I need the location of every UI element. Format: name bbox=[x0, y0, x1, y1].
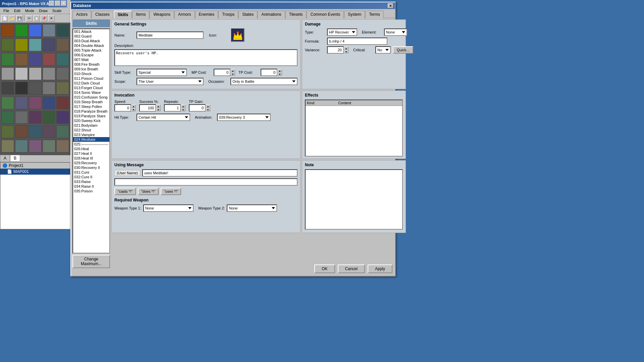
skills-list-item[interactable]: 007:Wait bbox=[73, 57, 109, 62]
tile-39[interactable] bbox=[43, 125, 55, 138]
repeats-down[interactable]: ▼ bbox=[181, 108, 185, 111]
tab-troops[interactable]: Troops bbox=[218, 11, 238, 18]
mp-cost-down[interactable]: ▼ bbox=[230, 72, 235, 76]
skills-list-item[interactable]: 017:Sleep Pollen bbox=[73, 104, 109, 109]
tile-7[interactable] bbox=[15, 39, 28, 51]
skills-list-item[interactable]: 018:Paralyze Breath bbox=[73, 109, 109, 114]
skills-list-item[interactable]: 022:Shout bbox=[73, 128, 109, 132]
skills-list-item[interactable]: 034:Raise II bbox=[73, 184, 109, 189]
tile-16[interactable] bbox=[1, 67, 14, 80]
tile-24[interactable] bbox=[43, 82, 55, 95]
tile-4[interactable] bbox=[43, 24, 55, 37]
tab-skills[interactable]: Skills bbox=[114, 11, 132, 18]
hit-type-dropdown[interactable]: Certain Hit Physical Attack Magical Atta… bbox=[137, 114, 190, 121]
scope-dropdown[interactable]: None One Enemy All Enemies One Ally All … bbox=[137, 78, 204, 85]
skills-list-item[interactable]: 009:Ice Breath bbox=[73, 67, 109, 71]
speed-input[interactable] bbox=[114, 104, 131, 112]
tile-33[interactable] bbox=[29, 111, 42, 124]
element-dropdown[interactable]: None Physical Fire Ice bbox=[384, 28, 407, 36]
tile-5[interactable] bbox=[56, 24, 69, 37]
tab-items[interactable]: Items bbox=[132, 11, 149, 18]
success-down[interactable]: ▼ bbox=[156, 108, 161, 111]
tp-gain-down[interactable]: ▼ bbox=[206, 108, 210, 111]
tab-b[interactable]: B bbox=[10, 155, 20, 162]
cancel-button[interactable]: Cancel bbox=[338, 264, 365, 273]
skills-list-item[interactable]: 004:Double Attack bbox=[73, 43, 109, 48]
skills-list-item[interactable]: 013:Forget Cloud bbox=[73, 85, 109, 90]
tile-36[interactable] bbox=[1, 125, 14, 138]
variance-down[interactable]: ▼ bbox=[344, 50, 348, 53]
tab-enemies[interactable]: Enemies bbox=[195, 11, 218, 18]
tab-animations[interactable]: Animations bbox=[258, 11, 285, 18]
skills-list-item[interactable]: 005:Triple Attack bbox=[73, 48, 109, 53]
tile-12[interactable] bbox=[15, 53, 28, 66]
skills-list-item[interactable]: 033:Raise bbox=[73, 179, 109, 184]
name-input[interactable] bbox=[137, 32, 204, 39]
speed-down[interactable]: ▼ bbox=[131, 108, 136, 111]
skills-list-item[interactable]: 029:Recovery bbox=[73, 161, 109, 165]
tile-20[interactable] bbox=[56, 67, 69, 80]
skills-list-item[interactable]: 026:Heal bbox=[73, 146, 109, 151]
tile-27[interactable] bbox=[15, 97, 28, 109]
minimize-btn[interactable]: _ bbox=[49, 1, 54, 6]
skills-list-item[interactable]: 024:Meditate bbox=[73, 137, 109, 142]
change-max-button[interactable]: Change Maximum... bbox=[72, 255, 110, 268]
tile-15[interactable] bbox=[56, 53, 69, 66]
skills-list-item[interactable]: 031:Cure bbox=[73, 170, 109, 175]
casts-button[interactable]: "casts *!" bbox=[114, 188, 136, 195]
menu-draw[interactable]: Draw bbox=[37, 8, 50, 13]
tp-cost-input[interactable] bbox=[261, 69, 277, 76]
tile-6[interactable] bbox=[1, 39, 14, 51]
tile-43[interactable] bbox=[29, 140, 42, 153]
tile-31[interactable] bbox=[1, 111, 14, 124]
tile-40[interactable] bbox=[56, 125, 69, 138]
skills-list-item[interactable]: 019:Paralyze Stare bbox=[73, 114, 109, 118]
tp-gain-input[interactable] bbox=[189, 104, 206, 112]
speed-up[interactable]: ▲ bbox=[131, 105, 136, 108]
tab-system[interactable]: System bbox=[344, 11, 365, 18]
save-btn[interactable]: 💾 bbox=[16, 15, 23, 22]
repeats-input[interactable] bbox=[164, 104, 181, 112]
tile-35[interactable] bbox=[56, 111, 69, 124]
mp-cost-input[interactable] bbox=[214, 69, 230, 76]
skills-list-item[interactable]: 003:Dual Attack bbox=[73, 39, 109, 43]
dialog-close-btn[interactable]: ✕ bbox=[388, 3, 393, 8]
skills-list-item[interactable]: 008:Fire Breath bbox=[73, 62, 109, 67]
new-btn[interactable]: 📄 bbox=[1, 15, 8, 22]
tp-cost-down[interactable]: ▼ bbox=[277, 72, 282, 76]
open-btn[interactable]: 📂 bbox=[9, 15, 15, 22]
tile-18[interactable] bbox=[29, 67, 42, 80]
tile-29[interactable] bbox=[43, 97, 55, 109]
project-root[interactable]: 🔵 Project1 bbox=[0, 163, 70, 169]
tab-states[interactable]: States bbox=[238, 11, 257, 18]
success-input[interactable] bbox=[139, 104, 156, 112]
skills-list-item[interactable]: 012:Dark Cloud bbox=[73, 81, 109, 85]
mp-cost-up[interactable]: ▲ bbox=[230, 69, 235, 72]
skills-list-item[interactable]: 015:Confusion Song bbox=[73, 95, 109, 100]
weapon-type1-dropdown[interactable]: None Sword Axe bbox=[143, 204, 194, 212]
note-input[interactable] bbox=[305, 169, 403, 230]
skills-list-item[interactable]: 001:Attack bbox=[73, 29, 109, 34]
message2-input[interactable] bbox=[114, 178, 298, 186]
tile-2[interactable] bbox=[15, 24, 28, 37]
tab-tilesets[interactable]: Tilesets bbox=[285, 11, 307, 18]
close-app-btn[interactable]: ✕ bbox=[61, 1, 66, 6]
skills-list-item[interactable]: 025:---------------------- bbox=[73, 142, 109, 146]
tab-weapons[interactable]: Weapons bbox=[150, 11, 174, 18]
menu-mode[interactable]: Mode bbox=[23, 8, 37, 13]
tile-26[interactable] bbox=[1, 97, 14, 109]
skills-list-item[interactable]: 002:Guard bbox=[73, 34, 109, 39]
skills-list-item[interactable]: 016:Sleep Breath bbox=[73, 100, 109, 104]
tile-22[interactable] bbox=[15, 82, 28, 95]
tab-terms[interactable]: Terms bbox=[365, 11, 384, 18]
tab-common-events[interactable]: Common Events bbox=[307, 11, 344, 18]
tile-32[interactable] bbox=[15, 111, 28, 124]
animation-dropdown[interactable]: 039:Recovery 3 bbox=[217, 114, 271, 121]
tile-28[interactable] bbox=[29, 97, 42, 109]
skills-list-item[interactable]: 035:Poison bbox=[73, 189, 109, 193]
tile-37[interactable] bbox=[15, 125, 28, 138]
success-up[interactable]: ▲ bbox=[156, 105, 161, 108]
type-dropdown[interactable]: None HP Damage MP Damage HP Recover MP R… bbox=[327, 28, 357, 36]
project-map001[interactable]: 📄 MAP001 bbox=[0, 169, 70, 175]
tile-3[interactable] bbox=[29, 24, 42, 37]
